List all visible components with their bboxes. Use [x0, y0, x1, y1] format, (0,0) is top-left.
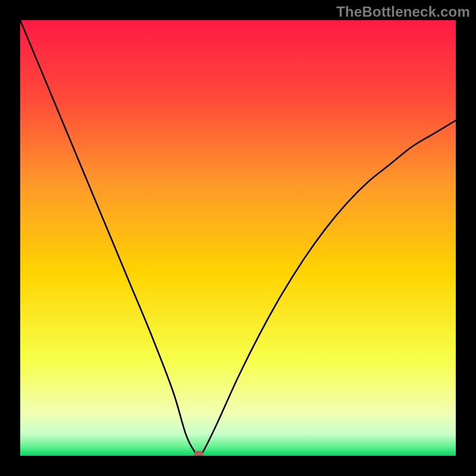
plot-area	[20, 20, 456, 456]
bottleneck-curve	[20, 20, 456, 456]
optimal-marker	[194, 451, 203, 456]
watermark-text: TheBottleneck.com	[336, 4, 470, 20]
chart-frame: TheBottleneck.com	[0, 0, 476, 476]
